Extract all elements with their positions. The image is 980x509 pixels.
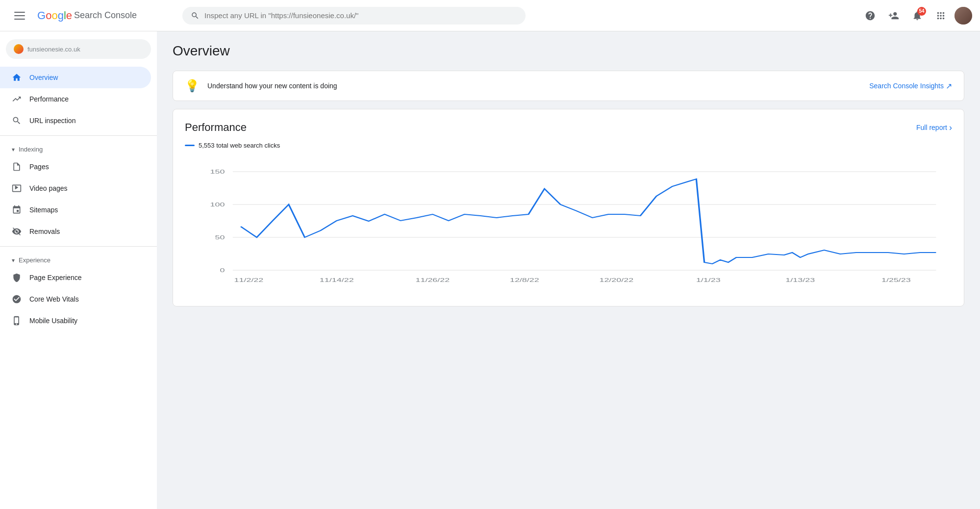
- avatar[interactable]: [955, 7, 972, 25]
- hamburger-icon: [10, 8, 29, 24]
- mobile-icon: [12, 316, 22, 326]
- sidebar-item-overview-label: Overview: [29, 74, 58, 81]
- avatar-image: [955, 7, 972, 25]
- menu-button[interactable]: [8, 4, 31, 27]
- sidebar-item-video-pages[interactable]: Video pages: [0, 178, 151, 199]
- shield-icon: [12, 273, 22, 282]
- legend-line-icon: [185, 145, 195, 146]
- product-name: Search Console: [74, 10, 137, 21]
- video-icon: [12, 183, 22, 193]
- svg-text:11/26/22: 11/26/22: [415, 277, 450, 283]
- bulb-icon: 💡: [185, 79, 200, 93]
- svg-text:0: 0: [220, 267, 225, 273]
- pages-icon: [12, 162, 22, 172]
- property-name: funsieonesie.co.uk: [27, 46, 143, 53]
- experience-section-header[interactable]: ▾ Experience: [0, 251, 157, 267]
- performance-chart: 150 100 50 0 11/2/22 11/14/22 11/26/22 1…: [185, 157, 952, 294]
- sidebar-divider-2: [0, 246, 157, 247]
- indexing-section-header[interactable]: ▾ Indexing: [0, 140, 157, 156]
- app-logo: Google Search Console: [37, 9, 137, 22]
- sidebar-item-mobile-usability[interactable]: Mobile Usability: [0, 310, 151, 331]
- header-actions: 54: [860, 6, 972, 25]
- svg-text:1/1/23: 1/1/23: [696, 277, 721, 283]
- sidebar-item-core-web-vitals-label: Core Web Vitals: [29, 295, 79, 303]
- svg-text:12/8/22: 12/8/22: [510, 277, 539, 283]
- sidebar-item-video-pages-label: Video pages: [29, 184, 68, 192]
- apps-button[interactable]: [931, 6, 951, 25]
- sidebar: funsieonesie.co.uk Overview Performance: [0, 31, 157, 509]
- notification-count: 54: [917, 7, 926, 16]
- search-icon: [191, 11, 200, 20]
- sidebar-item-core-web-vitals[interactable]: Core Web Vitals: [0, 288, 151, 310]
- total-clicks-label: 5,553 total web search clicks: [199, 142, 280, 149]
- sidebar-item-page-experience[interactable]: Page Experience: [0, 267, 151, 288]
- performance-card: Performance Full report › 5,553 total we…: [173, 109, 964, 306]
- chevron-right-icon: ›: [949, 123, 952, 133]
- chart-svg: 150 100 50 0 11/2/22 11/14/22 11/26/22 1…: [185, 157, 952, 294]
- performance-legend: 5,553 total web search clicks: [185, 142, 952, 149]
- sidebar-divider-1: [0, 135, 157, 136]
- svg-text:12/20/22: 12/20/22: [599, 277, 633, 283]
- svg-text:11/14/22: 11/14/22: [320, 277, 354, 283]
- page-title: Overview: [173, 43, 964, 59]
- indexing-chevron-icon: ▾: [12, 146, 15, 153]
- svg-text:11/2/22: 11/2/22: [234, 277, 264, 283]
- sidebar-item-pages[interactable]: Pages: [0, 156, 151, 178]
- person-add-icon: [888, 10, 899, 21]
- svg-text:1/13/23: 1/13/23: [785, 277, 815, 283]
- url-search-icon: [12, 116, 22, 126]
- app-layout: funsieonesie.co.uk Overview Performance: [0, 31, 980, 509]
- svg-text:150: 150: [210, 169, 225, 175]
- sidebar-item-performance-label: Performance: [29, 95, 69, 103]
- header-left: Google Search Console: [8, 4, 175, 27]
- app-header: Google Search Console 54: [0, 0, 980, 31]
- help-button[interactable]: [860, 6, 880, 25]
- insights-link[interactable]: Search Console Insights ↗: [869, 81, 952, 91]
- full-report-link[interactable]: Full report ›: [916, 123, 952, 133]
- sidebar-item-mobile-usability-label: Mobile Usability: [29, 317, 77, 325]
- home-icon: [12, 73, 22, 82]
- sidebar-item-performance[interactable]: Performance: [0, 88, 151, 110]
- sidebar-item-removals-label: Removals: [29, 228, 60, 235]
- property-icon: [14, 44, 24, 54]
- sidebar-item-sitemaps[interactable]: Sitemaps: [0, 199, 151, 221]
- removals-icon: [12, 227, 22, 236]
- insights-banner: 💡 Understand how your new content is doi…: [173, 71, 964, 101]
- sidebar-item-pages-label: Pages: [29, 163, 49, 171]
- svg-text:100: 100: [210, 202, 225, 207]
- svg-text:1/25/23: 1/25/23: [881, 277, 911, 283]
- sidebar-item-page-experience-label: Page Experience: [29, 274, 82, 281]
- url-search-bar[interactable]: [182, 7, 526, 25]
- notifications-button[interactable]: 54: [907, 6, 927, 25]
- performance-title: Performance: [185, 121, 247, 134]
- sitemap-icon: [12, 205, 22, 215]
- indexing-section-label: Indexing: [19, 146, 43, 153]
- insights-banner-card: 💡 Understand how your new content is doi…: [173, 71, 964, 101]
- help-icon: [865, 10, 876, 21]
- trending-up-icon: [12, 94, 22, 104]
- sidebar-item-removals[interactable]: Removals: [0, 221, 151, 242]
- performance-content: Performance Full report › 5,553 total we…: [173, 109, 964, 306]
- logo-google: Google: [37, 9, 72, 22]
- performance-header: Performance Full report ›: [185, 121, 952, 134]
- sidebar-item-url-inspection[interactable]: URL inspection: [0, 110, 151, 131]
- sidebar-item-url-inspection-label: URL inspection: [29, 117, 75, 125]
- property-selector[interactable]: funsieonesie.co.uk: [6, 39, 151, 59]
- sidebar-item-sitemaps-label: Sitemaps: [29, 206, 58, 214]
- insights-text: Understand how your new content is doing: [207, 82, 861, 90]
- experience-section-label: Experience: [19, 256, 50, 264]
- svg-text:50: 50: [215, 234, 225, 240]
- url-search-input[interactable]: [204, 11, 517, 20]
- main-content: Overview 💡 Understand how your new conte…: [157, 31, 980, 509]
- sidebar-item-overview[interactable]: Overview: [0, 67, 151, 88]
- gauge-icon: [12, 294, 22, 304]
- external-link-icon: ↗: [946, 81, 952, 91]
- grid-icon: [935, 10, 946, 21]
- share-button[interactable]: [884, 6, 904, 25]
- experience-chevron-icon: ▾: [12, 257, 15, 264]
